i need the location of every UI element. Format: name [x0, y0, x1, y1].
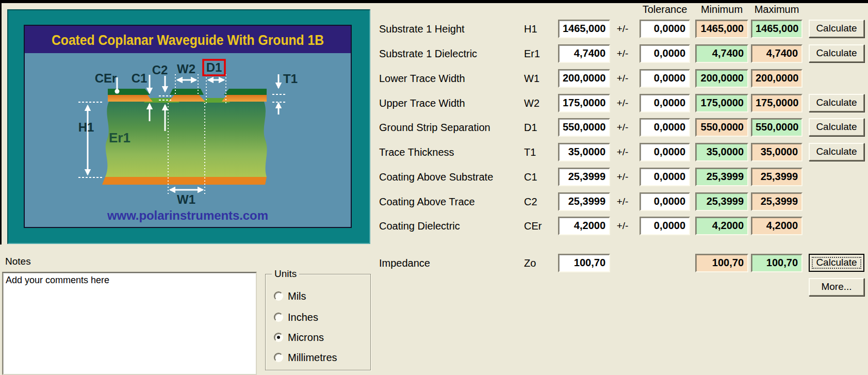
parameter-value-field[interactable]: 35,0000	[558, 143, 610, 161]
parameter-label: Upper Trace Width	[379, 94, 521, 112]
parameter-label: Coating Above Substrate	[379, 168, 521, 186]
tolerance-field[interactable]: 0,0000	[640, 217, 690, 235]
parameter-value-field[interactable]: 175,0000	[558, 94, 610, 112]
minimum-field[interactable]: 550,0000	[695, 118, 748, 137]
unit-option-label: Mils	[288, 290, 306, 302]
parameter-symbol: D1	[524, 118, 552, 137]
tolerance-field[interactable]: 0,0000	[640, 118, 690, 137]
parameter-label: Coating Dielectric	[379, 217, 521, 235]
parameter-symbol: C1	[524, 168, 552, 186]
minimum-field[interactable]: 25,3999	[695, 168, 748, 186]
radio-icon[interactable]	[274, 291, 283, 301]
maximum-column-header: Maximum	[751, 4, 803, 15]
parameter-row-er1: Substrate 1 DielectricEr14,7400+/-0,0000…	[0, 44, 868, 63]
unit-option-label: Microns	[288, 332, 324, 343]
tolerance-field[interactable]: 0,0000	[640, 44, 690, 63]
tolerance-field[interactable]: 0,0000	[640, 20, 690, 38]
radio-selected-icon[interactable]	[274, 333, 283, 342]
impedance-value-field[interactable]: 100,70	[558, 254, 610, 272]
parameter-row-w2: Upper Trace WidthW2175,0000+/-0,0000175,…	[0, 94, 868, 112]
parameter-value-field[interactable]: 4,2000	[558, 217, 610, 235]
impedance-symbol: Zo	[524, 254, 552, 272]
parameter-symbol: C2	[524, 192, 552, 211]
parameter-label: Lower Trace Width	[379, 69, 521, 88]
plus-minus-label: +/-	[612, 44, 633, 63]
maximum-field[interactable]: 200,0000	[751, 69, 803, 88]
parameter-value-field[interactable]: 1465,000	[558, 20, 610, 38]
parameter-value-field[interactable]: 4,7400	[558, 44, 610, 63]
parameter-value-field[interactable]: 25,3999	[558, 192, 610, 211]
parameter-value-field[interactable]: 200,0000	[558, 69, 610, 88]
parameter-label: Ground Strip Separation	[379, 118, 521, 137]
minimum-field[interactable]: 200,0000	[695, 69, 748, 88]
minimum-field[interactable]: 175,0000	[695, 94, 748, 112]
minimum-field[interactable]: 1465,000	[695, 20, 748, 38]
plus-minus-label: +/-	[612, 192, 633, 211]
parameter-label: Substrate 1 Height	[379, 20, 521, 38]
impedance-calculator-window: { "diagram": { "title": "Coated Coplanar…	[0, 0, 868, 375]
parameter-label: Coating Above Trace	[379, 192, 521, 211]
parameter-value-field[interactable]: 550,0000	[558, 118, 610, 137]
tolerance-field[interactable]: 0,0000	[640, 192, 690, 211]
maximum-field[interactable]: 35,0000	[751, 143, 803, 161]
parameter-row-c2: Coating Above TraceC225,3999+/-0,000025,…	[0, 192, 868, 211]
plus-minus-label: +/-	[612, 20, 633, 38]
plus-minus-label: +/-	[612, 69, 633, 88]
tolerance-field[interactable]: 0,0000	[640, 143, 690, 161]
maximum-field[interactable]: 25,3999	[751, 192, 803, 211]
parameter-row-t1: Trace ThicknessT135,0000+/-0,000035,0000…	[0, 143, 868, 161]
parameter-label: Substrate 1 Dielectric	[379, 44, 521, 63]
radio-icon[interactable]	[274, 313, 283, 322]
minimum-field[interactable]: 35,0000	[695, 143, 748, 161]
calculate-button[interactable]: Calculate	[809, 94, 864, 112]
units-groupbox: Units MilsInchesMicronsMillimetres	[265, 274, 371, 370]
parameter-symbol: W2	[524, 94, 552, 112]
minimum-field[interactable]: 4,7400	[695, 44, 748, 63]
minimum-column-header: Minimum	[695, 4, 748, 15]
parameter-value-field[interactable]: 25,3999	[558, 168, 610, 186]
parameter-row-c1: Coating Above SubstrateC125,3999+/-0,000…	[0, 168, 868, 186]
calculate-button[interactable]: Calculate	[809, 143, 864, 161]
calculate-button[interactable]: Calculate	[809, 44, 864, 62]
parameter-row-w1: Lower Trace WidthW1200,0000+/-0,0000200,…	[0, 69, 868, 88]
unit-option-label: Millimetres	[288, 352, 337, 363]
parameter-symbol: CEr	[524, 217, 552, 235]
plus-minus-label: +/-	[612, 168, 633, 186]
tolerance-field[interactable]: 0,0000	[640, 168, 690, 186]
plus-minus-label: +/-	[612, 143, 633, 161]
parameter-symbol: Er1	[524, 44, 552, 63]
plus-minus-label: +/-	[612, 94, 633, 112]
more-button[interactable]: More...	[809, 278, 864, 296]
tolerance-column-header: Tolerance	[640, 4, 690, 15]
impedance-label: Impedance	[379, 254, 521, 272]
parameter-symbol: T1	[524, 143, 552, 161]
window-top-border	[0, 0, 868, 3]
parameter-symbol: H1	[524, 20, 552, 38]
radio-icon[interactable]	[274, 353, 283, 362]
impedance-row: Impedance Zo 100,70 100,70 100,70 Calcul…	[0, 254, 868, 272]
calculate-button[interactable]: Calculate	[809, 20, 864, 38]
minimum-field[interactable]: 4,2000	[695, 217, 748, 235]
tolerance-field[interactable]: 0,0000	[640, 94, 690, 112]
impedance-minimum-field[interactable]: 100,70	[695, 254, 748, 272]
impedance-maximum-field[interactable]: 100,70	[751, 254, 803, 272]
minimum-field[interactable]: 25,3999	[695, 192, 748, 211]
maximum-field[interactable]: 1465,000	[751, 20, 803, 38]
plus-minus-label: +/-	[612, 118, 633, 137]
parameter-symbol: W1	[524, 69, 552, 88]
parameter-label: Trace Thickness	[379, 143, 521, 161]
maximum-field[interactable]: 4,7400	[751, 44, 803, 63]
maximum-field[interactable]: 550,0000	[751, 118, 803, 137]
units-caption: Units	[272, 268, 299, 280]
cer-pointer-dot	[115, 89, 120, 94]
tolerance-field[interactable]: 0,0000	[640, 69, 690, 88]
plus-minus-label: +/-	[612, 217, 633, 235]
parameter-row-d1: Ground Strip SeparationD1550,0000+/-0,00…	[0, 118, 868, 137]
maximum-field[interactable]: 25,3999	[751, 168, 803, 186]
maximum-field[interactable]: 4,2000	[751, 217, 803, 235]
maximum-field[interactable]: 175,0000	[751, 94, 803, 112]
calculate-button[interactable]: Calculate	[809, 118, 864, 136]
notes-label: Notes	[5, 256, 31, 267]
impedance-calculate-button[interactable]: Calculate	[809, 254, 864, 272]
notes-textarea[interactable]: Add your comments here	[2, 272, 257, 375]
